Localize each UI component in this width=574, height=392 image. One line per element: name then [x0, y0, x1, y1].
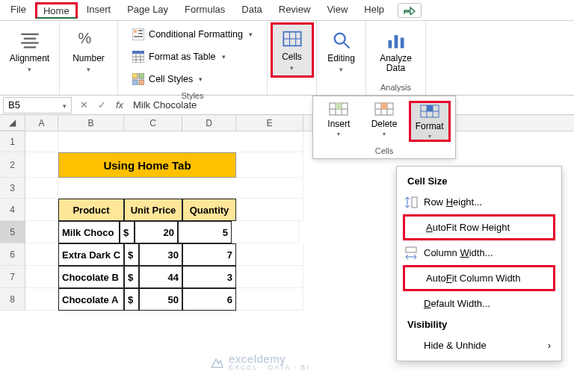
- header-quantity[interactable]: Quantity: [182, 199, 236, 221]
- row-head[interactable]: 3: [0, 178, 25, 199]
- name-box[interactable]: B5 ▾: [3, 97, 72, 113]
- table-cell[interactable]: Extra Dark C: [58, 243, 124, 266]
- share-button[interactable]: [398, 3, 422, 18]
- cell[interactable]: [236, 152, 303, 178]
- tab-home[interactable]: Home: [35, 2, 78, 19]
- chevron-down-icon: ▾: [249, 31, 253, 38]
- svg-point-23: [334, 34, 345, 44]
- tab-formulas[interactable]: Formulas: [177, 1, 232, 19]
- default-width-item[interactable]: Default Width...: [397, 293, 561, 314]
- svg-rect-3: [23, 47, 35, 49]
- table-cell[interactable]: 30: [139, 243, 182, 266]
- cell[interactable]: [58, 178, 303, 199]
- watermark: exceldemy EXCEL · DATA · BI: [209, 352, 310, 371]
- tab-file[interactable]: File: [3, 1, 34, 19]
- conditional-formatting-icon: [132, 28, 144, 40]
- tab-insert[interactable]: Insert: [79, 1, 119, 19]
- col-head-c[interactable]: C: [124, 115, 182, 131]
- table-cell[interactable]: 6: [182, 288, 236, 311]
- tab-data[interactable]: Data: [234, 1, 269, 19]
- format-cells-button[interactable]: Format▾: [409, 101, 451, 142]
- table-cell[interactable]: Chocolate B: [58, 266, 124, 288]
- title-cell[interactable]: Using Home Tab: [58, 152, 236, 178]
- cells-icon: [282, 28, 303, 49]
- cells-button[interactable]: Cells ▾: [271, 22, 314, 78]
- row-head[interactable]: 1: [0, 131, 25, 152]
- table-cell[interactable]: $: [124, 266, 139, 288]
- row-head[interactable]: 5: [0, 221, 25, 243]
- menu-section-visibility: Visibility: [397, 314, 561, 335]
- table-cell[interactable]: 7: [182, 243, 236, 266]
- cell[interactable]: [25, 266, 58, 288]
- number-button[interactable]: % Number ▾: [67, 24, 111, 79]
- editing-label: Editing: [327, 54, 355, 63]
- col-head-b[interactable]: B: [58, 115, 124, 131]
- tab-view[interactable]: View: [319, 1, 355, 19]
- header-product[interactable]: Product: [58, 199, 124, 221]
- row-head[interactable]: 8: [0, 288, 25, 311]
- cancel-formula-button[interactable]: ✕: [75, 99, 93, 111]
- table-cell[interactable]: Chocolate A: [58, 288, 124, 311]
- table-cell[interactable]: $: [124, 243, 139, 266]
- select-all-corner[interactable]: ◢: [0, 115, 25, 131]
- table-cell[interactable]: 3: [182, 266, 236, 288]
- cell-styles-button[interactable]: Cell Styles▾: [129, 69, 256, 90]
- table-cell[interactable]: 20: [135, 221, 178, 243]
- table-cell[interactable]: $: [124, 288, 139, 311]
- analyze-data-button[interactable]: Analyze Data: [374, 24, 418, 79]
- number-label: Number: [72, 54, 105, 63]
- row-head[interactable]: 4: [0, 199, 25, 221]
- insert-cells-button[interactable]: Insert▾: [318, 101, 359, 142]
- fx-button[interactable]: fx: [111, 99, 129, 111]
- cell[interactable]: [25, 221, 58, 243]
- table-cell[interactable]: 50: [139, 288, 182, 311]
- row-height-item[interactable]: Row Height...: [397, 191, 561, 213]
- tab-page-layout[interactable]: Page Lay: [120, 1, 176, 19]
- cell[interactable]: [236, 266, 303, 288]
- col-head-e[interactable]: E: [236, 115, 303, 131]
- cell[interactable]: [25, 131, 58, 152]
- autofit-row-height-item[interactable]: AutoFit Row Height: [403, 214, 555, 240]
- cell[interactable]: [25, 152, 58, 178]
- editing-button[interactable]: Editing ▾: [320, 24, 363, 79]
- format-as-table-button[interactable]: Format as Table▾: [129, 46, 256, 67]
- tab-help[interactable]: Help: [357, 1, 392, 19]
- analyze-label: Analyze Data: [374, 54, 418, 73]
- cell[interactable]: [58, 131, 303, 152]
- active-cell[interactable]: Milk Choco: [58, 221, 120, 243]
- cell[interactable]: [25, 288, 58, 311]
- autofit-column-width-item[interactable]: AutoFit Column Width: [403, 265, 555, 291]
- row-head[interactable]: 2: [0, 152, 25, 178]
- cell[interactable]: [25, 199, 58, 221]
- svg-rect-42: [427, 105, 433, 111]
- row-head[interactable]: 6: [0, 243, 25, 266]
- col-head-a[interactable]: A: [25, 115, 58, 131]
- cell[interactable]: [232, 221, 299, 243]
- delete-cells-button[interactable]: Delete▾: [363, 101, 405, 142]
- cell[interactable]: [25, 178, 58, 199]
- cell[interactable]: [25, 243, 58, 266]
- table-cell[interactable]: 44: [139, 266, 182, 288]
- cell[interactable]: [236, 288, 303, 311]
- enter-formula-button[interactable]: ✓: [93, 99, 111, 111]
- formula-bar: B5 ▾ ✕ ✓ fx Milk Chocolate: [0, 96, 574, 115]
- svg-rect-5: [134, 30, 137, 33]
- cell[interactable]: [236, 243, 303, 266]
- header-unit-price[interactable]: Unit Price: [124, 199, 182, 221]
- column-width-icon: [404, 246, 418, 260]
- watermark-icon: [209, 355, 224, 370]
- row-head[interactable]: 7: [0, 266, 25, 288]
- alignment-button[interactable]: Alignment ▾: [8, 24, 52, 79]
- tab-review[interactable]: Review: [271, 1, 318, 19]
- conditional-formatting-button[interactable]: Conditional Formatting▾: [129, 24, 256, 45]
- table-cell[interactable]: $: [120, 221, 135, 243]
- hide-unhide-item[interactable]: Hide & Unhide ›: [397, 335, 561, 356]
- table-cell[interactable]: 5: [178, 221, 232, 243]
- format-icon: [420, 103, 439, 119]
- col-head-d[interactable]: D: [182, 115, 236, 131]
- percent-icon: %: [78, 30, 99, 51]
- cells-dropdown-panel: Insert▾ Delete▾ Format▾ Cells: [312, 96, 456, 159]
- cell[interactable]: [236, 199, 303, 221]
- delete-icon: [374, 101, 394, 117]
- column-width-item[interactable]: Column Width...: [397, 242, 561, 264]
